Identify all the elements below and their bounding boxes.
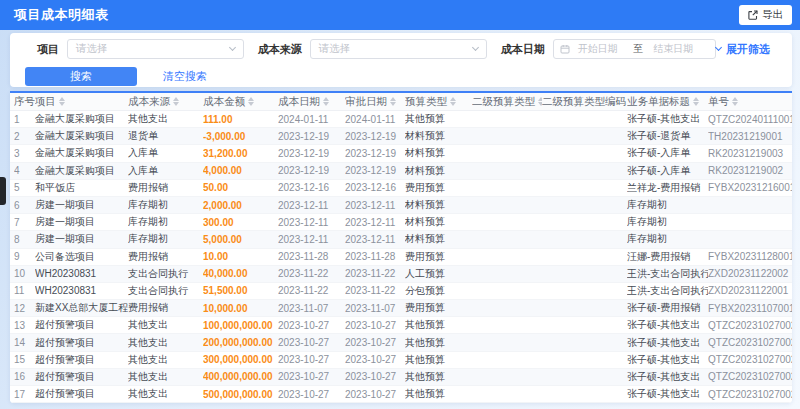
- cell-no: 10: [14, 266, 35, 282]
- cell-audit-date: 2023-10-27: [345, 334, 405, 350]
- page-title: 项目成本明细表: [0, 6, 109, 24]
- cell-doc-no: RK20231219003: [708, 145, 792, 161]
- cell-sub-budget-type: [472, 300, 542, 316]
- column-header-source[interactable]: 成本来源: [128, 93, 203, 110]
- cell-project: 超付预警项目: [35, 386, 128, 402]
- cell-project: 金融大厦采购项目: [35, 145, 128, 161]
- cell-sub-budget-code: [542, 334, 627, 350]
- cell-budget-type: 材料预算: [405, 231, 472, 247]
- cell-doc-title: 张子硕-其他支出: [627, 334, 708, 350]
- table-row: 5和平饭店费用报销50.002023-12-162023-12-16费用预算兰祥…: [10, 180, 792, 197]
- column-label: 业务单据标题: [627, 95, 690, 109]
- cell-budget-type: 材料预算: [405, 163, 472, 179]
- cell-cost-date: 2023-10-27: [278, 369, 345, 385]
- cell-source: 其他支出: [128, 317, 203, 333]
- cell-sub-budget-type: [472, 317, 542, 333]
- cell-sub-budget-code: [542, 283, 627, 299]
- table-row: 11WH20230831支出合同执行51,500.002023-11-22202…: [10, 283, 792, 300]
- sort-icon: [390, 97, 397, 106]
- source-select[interactable]: 请选择: [310, 39, 487, 59]
- expand-filter-link[interactable]: 展开筛选: [716, 42, 770, 57]
- cell-sub-budget-type: [472, 334, 542, 350]
- cell-doc-no: QTZC20231027002: [708, 317, 792, 333]
- cell-sub-budget-code: [542, 231, 627, 247]
- export-button[interactable]: 导出: [739, 5, 792, 25]
- cell-doc-title: 王洪-支出合同执行: [627, 266, 708, 282]
- cell-doc-no: TH20231219001: [708, 128, 792, 144]
- cell-audit-date: 2023-11-22: [345, 283, 405, 299]
- cell-doc-no: [708, 214, 792, 230]
- cell-sub-budget-type: [472, 231, 542, 247]
- date-range-picker[interactable]: 开始日期 至 结束日期: [553, 39, 716, 59]
- filter-row: 项目 请选择 成本来源 请选择 成本日期 开始日期 至 结束日期 展开筛选: [37, 39, 782, 59]
- cell-project: 和平饭店: [35, 180, 128, 196]
- cell-sub-budget-code: [542, 317, 627, 333]
- cell-no: 12: [14, 300, 35, 316]
- column-label: 单号: [708, 95, 729, 109]
- cell-project: 金融大厦采购项目: [35, 128, 128, 144]
- cell-cost-date: 2023-12-19: [278, 128, 345, 144]
- cell-sub-budget-type: [472, 283, 542, 299]
- chevron-down-icon: [229, 44, 236, 51]
- cell-cost-date: 2023-11-22: [278, 266, 345, 282]
- sort-icon: [173, 97, 180, 106]
- cell-doc-title: 张子硕-其他支出: [627, 352, 708, 368]
- table-row: 1金融大厦采购项目其他支出111.002024-01-112024-01-11其…: [10, 111, 792, 128]
- column-header-sub-budget-type[interactable]: 二级预算类型: [472, 93, 542, 110]
- column-header-cost-date[interactable]: 成本日期: [278, 93, 345, 110]
- cell-project: WH20230831: [35, 283, 128, 299]
- table-row: 17超付预警项目其他支出500,000,000.002023-10-272023…: [10, 386, 792, 403]
- search-button[interactable]: 搜索: [25, 67, 137, 86]
- source-filter-label: 成本来源: [258, 42, 302, 57]
- date-end-placeholder: 结束日期: [653, 42, 709, 56]
- cell-project: 超付预警项目: [35, 334, 128, 350]
- cell-audit-date: 2023-11-07: [345, 300, 405, 316]
- cell-sub-budget-type: [472, 180, 542, 196]
- sort-icon: [59, 97, 66, 106]
- cell-audit-date: 2023-10-27: [345, 369, 405, 385]
- cell-budget-type: 材料预算: [405, 145, 472, 161]
- cell-sub-budget-type: [472, 111, 542, 127]
- cell-audit-date: 2023-11-28: [345, 249, 405, 265]
- cell-source: 费用报销: [128, 300, 203, 316]
- cell-sub-budget-code: [542, 249, 627, 265]
- cell-doc-title: 张子硕-其他支出: [627, 111, 708, 127]
- cell-amount: 100,000,000.00: [203, 317, 278, 333]
- cell-no: 5: [14, 180, 35, 196]
- column-header-project[interactable]: 项目: [35, 93, 128, 110]
- cell-amount: 40,000.00: [203, 266, 278, 282]
- side-drawer-handle[interactable]: [0, 177, 6, 205]
- cell-source: 其他支出: [128, 352, 203, 368]
- column-header-audit-date[interactable]: 审批日期: [345, 93, 405, 110]
- column-header-doc-no[interactable]: 单号: [708, 93, 792, 110]
- cell-sub-budget-type: [472, 214, 542, 230]
- clear-search-button[interactable]: 清空搜索: [163, 69, 207, 84]
- cell-audit-date: 2024-01-11: [345, 111, 405, 127]
- cell-project: 超付预警项目: [35, 352, 128, 368]
- column-header-sub-budget-code[interactable]: 二级预算类型编码: [542, 93, 627, 110]
- export-button-label: 导出: [762, 8, 783, 22]
- cell-no: 11: [14, 283, 35, 299]
- cell-audit-date: 2023-11-22: [345, 266, 405, 282]
- column-header-amount[interactable]: 成本金额: [203, 93, 278, 110]
- column-header-doc-title[interactable]: 业务单据标题: [627, 93, 708, 110]
- cell-amount: 400,000,000.00: [203, 369, 278, 385]
- cell-sub-budget-code: [542, 369, 627, 385]
- column-header-budget-type[interactable]: 预算类型: [405, 93, 472, 110]
- cell-audit-date: 2023-12-11: [345, 231, 405, 247]
- cell-sub-budget-code: [542, 145, 627, 161]
- project-select[interactable]: 请选择: [67, 39, 244, 59]
- table-row: 2金融大厦采购项目退货单-3,000.002023-12-192023-12-1…: [10, 128, 792, 145]
- cell-doc-title: 张子硕-退货单: [627, 128, 708, 144]
- cell-project: 房建一期项目: [35, 231, 128, 247]
- cell-sub-budget-type: [472, 249, 542, 265]
- cell-cost-date: 2023-12-19: [278, 145, 345, 161]
- cell-doc-title: 王洪-支出合同执行: [627, 283, 708, 299]
- cell-source: 库存期初: [128, 231, 203, 247]
- cell-amount: 10,000.00: [203, 300, 278, 316]
- cell-no: 17: [14, 386, 35, 402]
- cell-doc-no: ZXD20231122001: [708, 283, 792, 299]
- cell-doc-title: 张子硕-其他支出: [627, 369, 708, 385]
- cell-cost-date: 2023-12-19: [278, 163, 345, 179]
- cell-amount: 2,000.00: [203, 197, 278, 213]
